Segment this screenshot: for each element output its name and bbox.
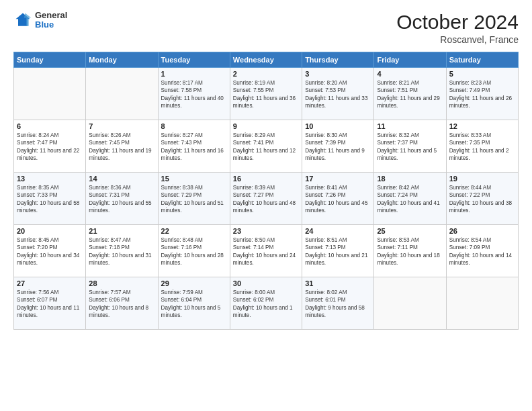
cell-content: Sunrise: 8:48 AM Sunset: 7:16 PM Dayligh…: [161, 236, 227, 267]
calendar-week-row: 6Sunrise: 8:24 AM Sunset: 7:47 PM Daylig…: [14, 120, 519, 173]
calendar-cell: [14, 68, 86, 120]
calendar-cell: 15Sunrise: 8:38 AM Sunset: 7:29 PM Dayli…: [158, 173, 230, 225]
cell-content: Sunrise: 7:57 AM Sunset: 6:06 PM Dayligh…: [89, 289, 154, 320]
logo-text: General Blue: [35, 11, 67, 30]
calendar-cell: 22Sunrise: 8:48 AM Sunset: 7:16 PM Dayli…: [158, 225, 230, 277]
day-number: 10: [305, 122, 371, 130]
weekday-header: Saturday: [446, 52, 518, 68]
cell-content: Sunrise: 7:59 AM Sunset: 6:04 PM Dayligh…: [161, 289, 227, 320]
calendar-cell: 27Sunrise: 7:56 AM Sunset: 6:07 PM Dayli…: [14, 277, 86, 330]
title-block: October 2024 Roscanvel, France: [396, 11, 519, 45]
day-number: 21: [89, 227, 154, 235]
cell-content: Sunrise: 8:47 AM Sunset: 7:18 PM Dayligh…: [89, 236, 154, 267]
day-number: 22: [161, 227, 227, 235]
calendar-cell: 16Sunrise: 8:39 AM Sunset: 7:27 PM Dayli…: [230, 173, 302, 225]
calendar-cell: 25Sunrise: 8:53 AM Sunset: 7:11 PM Dayli…: [374, 225, 446, 277]
cell-content: Sunrise: 8:53 AM Sunset: 7:11 PM Dayligh…: [377, 236, 443, 267]
header: General Blue October 2024 Roscanvel, Fra…: [13, 11, 519, 45]
logo-blue-text: Blue: [35, 20, 67, 30]
day-number: 29: [161, 279, 227, 287]
cell-content: Sunrise: 8:50 AM Sunset: 7:14 PM Dayligh…: [233, 236, 299, 267]
day-number: 27: [17, 279, 83, 287]
weekday-header: Sunday: [14, 52, 86, 68]
calendar-cell: [86, 68, 158, 120]
cell-content: Sunrise: 8:45 AM Sunset: 7:20 PM Dayligh…: [17, 236, 83, 267]
day-number: 9: [233, 122, 299, 130]
calendar-cell: 31Sunrise: 8:02 AM Sunset: 6:01 PM Dayli…: [302, 277, 374, 330]
day-number: 31: [305, 279, 371, 287]
day-number: 4: [377, 70, 443, 78]
cell-content: Sunrise: 8:39 AM Sunset: 7:27 PM Dayligh…: [233, 184, 299, 215]
calendar-cell: 13Sunrise: 8:35 AM Sunset: 7:33 PM Dayli…: [14, 173, 86, 225]
day-number: 30: [233, 279, 299, 287]
day-number: 13: [17, 175, 83, 183]
cell-content: Sunrise: 8:19 AM Sunset: 7:55 PM Dayligh…: [233, 79, 299, 110]
calendar-cell: 20Sunrise: 8:45 AM Sunset: 7:20 PM Dayli…: [14, 225, 86, 277]
calendar-week-row: 20Sunrise: 8:45 AM Sunset: 7:20 PM Dayli…: [14, 225, 519, 277]
calendar-cell: [446, 277, 518, 330]
day-number: 23: [233, 227, 299, 235]
calendar-cell: 4Sunrise: 8:21 AM Sunset: 7:51 PM Daylig…: [374, 68, 446, 120]
calendar-cell: 21Sunrise: 8:47 AM Sunset: 7:18 PM Dayli…: [86, 225, 158, 277]
day-number: 7: [89, 122, 154, 130]
calendar-cell: 29Sunrise: 7:59 AM Sunset: 6:04 PM Dayli…: [158, 277, 230, 330]
cell-content: Sunrise: 8:29 AM Sunset: 7:41 PM Dayligh…: [233, 132, 299, 163]
day-number: 8: [161, 122, 227, 130]
day-number: 14: [89, 175, 154, 183]
calendar-cell: 30Sunrise: 8:00 AM Sunset: 6:02 PM Dayli…: [230, 277, 302, 330]
cell-content: Sunrise: 8:41 AM Sunset: 7:26 PM Dayligh…: [305, 184, 371, 215]
calendar-week-row: 1Sunrise: 8:17 AM Sunset: 7:58 PM Daylig…: [14, 68, 519, 120]
weekday-header: Wednesday: [230, 52, 302, 68]
cell-content: Sunrise: 7:56 AM Sunset: 6:07 PM Dayligh…: [17, 289, 83, 320]
calendar-cell: 11Sunrise: 8:32 AM Sunset: 7:37 PM Dayli…: [374, 120, 446, 173]
cell-content: Sunrise: 8:36 AM Sunset: 7:31 PM Dayligh…: [89, 184, 154, 215]
day-number: 6: [17, 122, 83, 130]
day-number: 16: [233, 175, 299, 183]
cell-content: Sunrise: 8:38 AM Sunset: 7:29 PM Dayligh…: [161, 184, 227, 215]
cell-content: Sunrise: 8:33 AM Sunset: 7:35 PM Dayligh…: [449, 132, 515, 163]
cell-content: Sunrise: 8:35 AM Sunset: 7:33 PM Dayligh…: [17, 184, 83, 215]
day-number: 28: [89, 279, 154, 287]
weekday-header-row: SundayMondayTuesdayWednesdayThursdayFrid…: [14, 52, 519, 68]
day-number: 1: [161, 70, 227, 78]
calendar-cell: 18Sunrise: 8:42 AM Sunset: 7:24 PM Dayli…: [374, 173, 446, 225]
day-number: 18: [377, 175, 443, 183]
calendar-table: SundayMondayTuesdayWednesdayThursdayFrid…: [13, 52, 519, 330]
day-number: 15: [161, 175, 227, 183]
calendar-cell: 9Sunrise: 8:29 AM Sunset: 7:41 PM Daylig…: [230, 120, 302, 173]
calendar-cell: 28Sunrise: 7:57 AM Sunset: 6:06 PM Dayli…: [86, 277, 158, 330]
calendar-cell: 19Sunrise: 8:44 AM Sunset: 7:22 PM Dayli…: [446, 173, 518, 225]
weekday-header: Thursday: [302, 52, 374, 68]
logo: General Blue: [13, 11, 67, 30]
cell-content: Sunrise: 8:02 AM Sunset: 6:01 PM Dayligh…: [305, 289, 371, 320]
cell-content: Sunrise: 8:24 AM Sunset: 7:47 PM Dayligh…: [17, 132, 83, 163]
month-title: October 2024: [396, 11, 519, 33]
calendar-week-row: 27Sunrise: 7:56 AM Sunset: 6:07 PM Dayli…: [14, 277, 519, 330]
calendar-cell: 6Sunrise: 8:24 AM Sunset: 7:47 PM Daylig…: [14, 120, 86, 173]
day-number: 3: [305, 70, 371, 78]
weekday-header: Friday: [374, 52, 446, 68]
cell-content: Sunrise: 8:30 AM Sunset: 7:39 PM Dayligh…: [305, 132, 371, 163]
cell-content: Sunrise: 8:32 AM Sunset: 7:37 PM Dayligh…: [377, 132, 443, 163]
cell-content: Sunrise: 8:51 AM Sunset: 7:13 PM Dayligh…: [305, 236, 371, 267]
weekday-header: Monday: [86, 52, 158, 68]
day-number: 2: [233, 70, 299, 78]
day-number: 25: [377, 227, 443, 235]
cell-content: Sunrise: 8:42 AM Sunset: 7:24 PM Dayligh…: [377, 184, 443, 215]
cell-content: Sunrise: 8:27 AM Sunset: 7:43 PM Dayligh…: [161, 132, 227, 163]
day-number: 17: [305, 175, 371, 183]
cell-content: Sunrise: 8:17 AM Sunset: 7:58 PM Dayligh…: [161, 79, 227, 110]
calendar-cell: 14Sunrise: 8:36 AM Sunset: 7:31 PM Dayli…: [86, 173, 158, 225]
day-number: 26: [449, 227, 515, 235]
cell-content: Sunrise: 8:21 AM Sunset: 7:51 PM Dayligh…: [377, 79, 443, 110]
calendar-cell: 7Sunrise: 8:26 AM Sunset: 7:45 PM Daylig…: [86, 120, 158, 173]
cell-content: Sunrise: 8:00 AM Sunset: 6:02 PM Dayligh…: [233, 289, 299, 320]
calendar-cell: 17Sunrise: 8:41 AM Sunset: 7:26 PM Dayli…: [302, 173, 374, 225]
location: Roscanvel, France: [396, 34, 519, 45]
calendar-cell: 2Sunrise: 8:19 AM Sunset: 7:55 PM Daylig…: [230, 68, 302, 120]
cell-content: Sunrise: 8:23 AM Sunset: 7:49 PM Dayligh…: [449, 79, 515, 110]
cell-content: Sunrise: 8:54 AM Sunset: 7:09 PM Dayligh…: [449, 236, 515, 267]
calendar-cell: 24Sunrise: 8:51 AM Sunset: 7:13 PM Dayli…: [302, 225, 374, 277]
weekday-header: Tuesday: [158, 52, 230, 68]
day-number: 19: [449, 175, 515, 183]
